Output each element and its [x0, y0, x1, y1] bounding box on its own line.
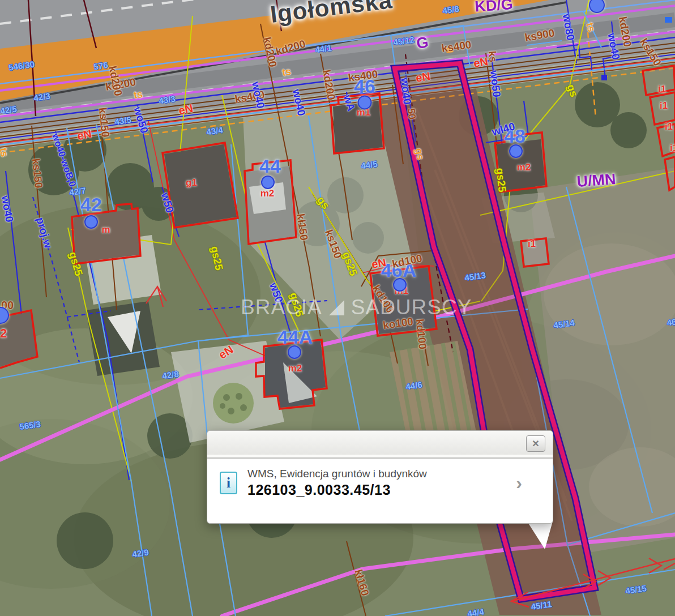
address-point-dot [288, 345, 301, 359]
address-point-dot [509, 144, 523, 158]
address-point-dot [84, 215, 98, 229]
feature-info-popup: ✕ i WMS, Ewidencja gruntów i budynków 12… [207, 430, 553, 524]
popup-feature-id: 126103_9.0033.45/13 [247, 482, 427, 498]
close-icon: ✕ [532, 438, 539, 449]
popup-layer-name: WMS, Ewidencja gruntów i budynków [247, 468, 427, 480]
popup-text: WMS, Ewidencja gruntów i budynków 126103… [247, 468, 427, 498]
address-point-dot [358, 96, 372, 110]
close-button[interactable]: ✕ [526, 435, 545, 452]
map-viewport[interactable]: IgołomskaKD/GGU/MN546/3057642/342/543/34… [0, 0, 675, 616]
expand-chevron-icon[interactable]: › [516, 473, 522, 494]
info-icon: i [220, 472, 237, 494]
address-point-dot [261, 176, 275, 189]
address-point-dot [393, 278, 407, 292]
popup-body: i WMS, Ewidencja gruntów i budynków 1261… [207, 459, 553, 498]
popup-header: ✕ [207, 431, 553, 459]
